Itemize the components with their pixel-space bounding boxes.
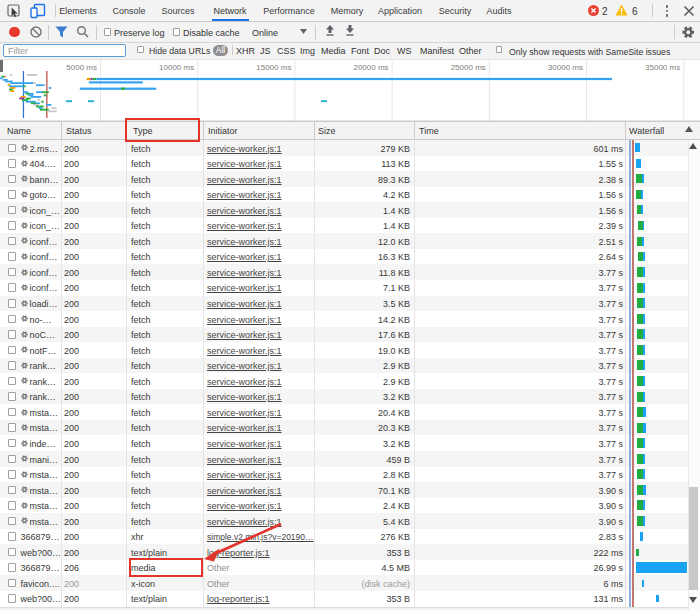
svg-text:30000 ms: 30000 ms — [548, 63, 583, 72]
svg-text:35000 ms: 35000 ms — [645, 63, 680, 72]
svg-text:5000 ms: 5000 ms — [66, 63, 97, 72]
svg-text:15000 ms: 15000 ms — [256, 63, 291, 72]
svg-text:20000 ms: 20000 ms — [353, 63, 388, 72]
svg-text:10000 ms: 10000 ms — [159, 63, 194, 72]
svg-text:25000 ms: 25000 ms — [451, 63, 486, 72]
